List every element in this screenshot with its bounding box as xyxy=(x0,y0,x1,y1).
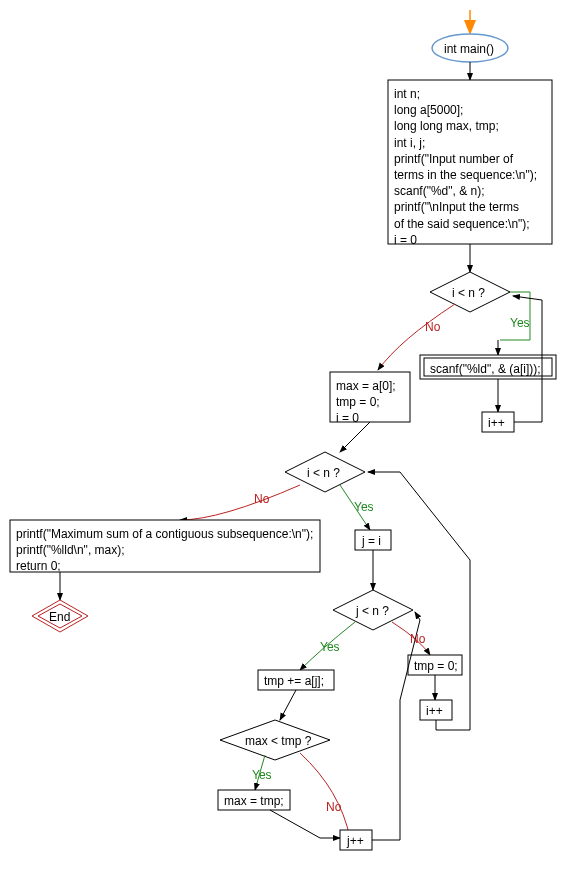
i-plus-plus-2: i++ xyxy=(426,703,443,719)
tmp-plus-aj: tmp += a[j]; xyxy=(264,673,324,689)
end-node: End xyxy=(49,609,70,625)
label-yes-1: Yes xyxy=(510,316,530,330)
j-plus-plus: j++ xyxy=(347,833,364,849)
label-yes-3: Yes xyxy=(320,640,340,654)
j-eq-i: j = i xyxy=(362,533,381,549)
label-no-2: No xyxy=(254,492,269,506)
svg-line-25 xyxy=(280,690,296,720)
label-no-1: No xyxy=(425,320,440,334)
init-max: max = a[0]; tmp = 0; i = 0 xyxy=(336,378,396,427)
declarations-block: int n; long a[5000]; long long max, tmp;… xyxy=(394,86,548,248)
i-plus-plus-1: i++ xyxy=(488,415,505,431)
max-eq-tmp: max = tmp; xyxy=(224,793,284,809)
main-fn-label: int main() xyxy=(444,41,494,57)
scanf-ai: scanf("%ld", & (a[i])); xyxy=(430,361,541,377)
final-print: printf("Maximum sum of a contiguous subs… xyxy=(16,526,313,575)
label-no-3: No xyxy=(410,632,425,646)
cond-j-lt-n: j < n ? xyxy=(356,603,389,619)
label-yes-4: Yes xyxy=(252,768,272,782)
cond-max-lt-tmp: max < tmp ? xyxy=(245,733,311,749)
label-no-4: No xyxy=(326,800,341,814)
cond-i-lt-n-1: i < n ? xyxy=(452,285,485,301)
tmp-zero: tmp = 0; xyxy=(414,658,458,674)
cond-i-lt-n-2: i < n ? xyxy=(307,465,340,481)
label-yes-2: Yes xyxy=(354,500,374,514)
